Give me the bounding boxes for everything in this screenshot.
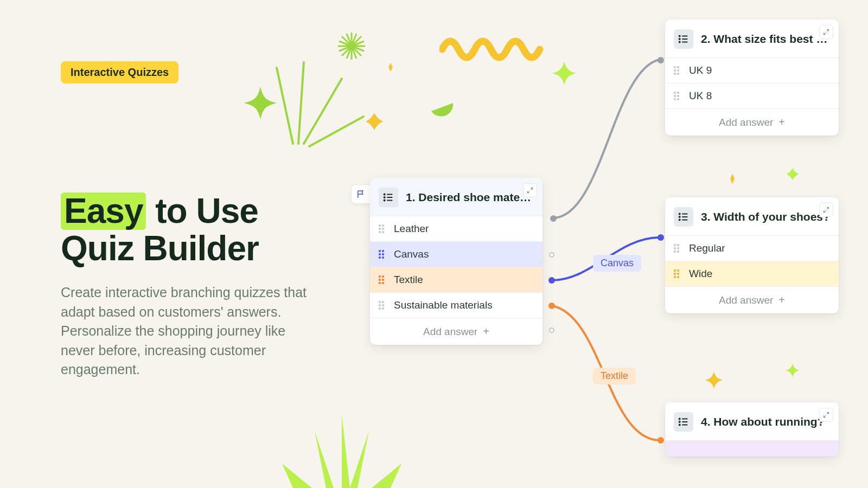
svg-point-23 — [384, 197, 385, 198]
card-header: 1. Desired shoe material? — [370, 178, 542, 216]
page-headline: Easy to Use Quiz Builder — [61, 192, 259, 267]
add-answer-button[interactable]: Add answer + — [370, 318, 542, 345]
wedge-doodle — [429, 98, 456, 119]
answer-row[interactable]: Textile — [370, 267, 542, 292]
burst-lines-doodle — [266, 52, 374, 155]
connector-node[interactable] — [548, 303, 555, 309]
plus-icon: + — [778, 116, 785, 129]
svg-point-28 — [679, 35, 680, 36]
plus-icon: + — [778, 294, 785, 306]
card-title: 4. How about running? — [701, 415, 830, 428]
drag-handle-icon[interactable] — [379, 275, 386, 284]
connector-node[interactable] — [658, 437, 664, 444]
drag-handle-icon[interactable] — [674, 92, 681, 100]
expand-button[interactable] — [819, 25, 833, 39]
badge-interactive-quizzes: Interactive Quizzes — [61, 61, 178, 84]
squiggle-doodle — [439, 30, 548, 63]
svg-marker-17 — [342, 464, 401, 488]
list-icon — [674, 412, 693, 432]
connector-node[interactable] — [549, 252, 554, 258]
answer-row[interactable]: UK 9 — [665, 57, 839, 83]
connector-node[interactable] — [549, 328, 554, 333]
svg-point-40 — [679, 418, 680, 419]
drag-handle-icon[interactable] — [674, 66, 681, 75]
add-answer-button[interactable]: Add answer + — [665, 286, 839, 313]
answer-label: Regular — [689, 242, 725, 254]
add-answer-button[interactable]: Add answer + — [665, 108, 839, 136]
expand-button[interactable] — [819, 203, 833, 217]
svg-point-29 — [679, 38, 680, 40]
svg-point-24 — [384, 200, 385, 201]
edge-label-textile: Textile — [593, 368, 636, 384]
plus-doodle — [365, 112, 384, 131]
answer-row[interactable]: Regular — [665, 235, 839, 261]
start-flag-button[interactable] — [351, 184, 371, 204]
expand-button[interactable] — [523, 183, 537, 197]
answer-row[interactable]: Wide — [665, 261, 839, 286]
list-icon — [379, 188, 398, 207]
sparkle-doodle-2 — [705, 371, 723, 389]
connector-node[interactable] — [550, 215, 557, 222]
answer-row[interactable] — [665, 440, 839, 457]
dot-doodle-2 — [787, 168, 799, 180]
svg-marker-14 — [315, 431, 342, 488]
sparkle-doodle-1 — [551, 60, 578, 87]
question-card-4[interactable]: 4. How about running? — [665, 402, 839, 457]
dot-doodle-3 — [727, 174, 738, 184]
svg-point-42 — [679, 424, 680, 425]
answer-label: UK 8 — [689, 90, 712, 102]
plus-icon: + — [483, 325, 489, 338]
headline-highlight: Easy — [61, 192, 146, 230]
svg-marker-13 — [282, 464, 342, 488]
svg-line-10 — [304, 79, 342, 144]
answer-row[interactable]: UK 8 — [665, 83, 839, 108]
sparkle-doodle-3 — [786, 363, 800, 377]
card-header: 3. Width of your shoes? — [665, 197, 839, 235]
connector-node[interactable] — [658, 234, 664, 241]
answer-label: Canvas — [394, 248, 429, 260]
answer-label: UK 9 — [689, 65, 712, 76]
list-icon — [674, 207, 693, 227]
svg-point-30 — [679, 41, 680, 42]
answer-label: Wide — [689, 268, 712, 280]
card-title: 3. Width of your shoes? — [701, 210, 830, 223]
svg-point-35 — [679, 216, 680, 217]
drag-handle-icon[interactable] — [379, 301, 386, 310]
card-title: 2. What size fits best for... — [701, 33, 830, 46]
question-card-1[interactable]: 1. Desired shoe material? Leather Canvas… — [370, 178, 542, 345]
card-header: 2. What size fits best for... — [665, 20, 839, 57]
answer-row[interactable]: Sustainable materials — [370, 292, 542, 318]
drag-handle-icon[interactable] — [674, 244, 681, 253]
answer-label: Textile — [394, 274, 423, 286]
svg-point-36 — [679, 219, 680, 220]
connector-node[interactable] — [548, 277, 555, 284]
connector-node[interactable] — [658, 57, 664, 63]
svg-marker-15 — [342, 415, 353, 488]
svg-point-34 — [679, 213, 680, 214]
dot-doodle-1 — [386, 63, 395, 72]
drag-handle-icon[interactable] — [674, 269, 681, 278]
question-card-3[interactable]: 3. Width of your shoes? Regular Wide Add… — [665, 197, 839, 313]
svg-line-9 — [298, 62, 304, 144]
svg-point-22 — [384, 194, 385, 195]
drag-handle-icon[interactable] — [379, 224, 386, 233]
card-title: 1. Desired shoe material? — [406, 191, 534, 204]
answer-row[interactable]: Leather — [370, 216, 542, 241]
card-header: 4. How about running? — [665, 402, 839, 440]
list-icon — [674, 29, 693, 49]
edge-label-canvas: Canvas — [593, 255, 641, 272]
page-subcopy: Create interactive branching quizzes tha… — [61, 283, 316, 380]
svg-point-41 — [679, 421, 680, 422]
answer-label: Leather — [394, 223, 429, 235]
expand-button[interactable] — [819, 408, 833, 422]
svg-line-8 — [277, 68, 293, 144]
question-card-2[interactable]: 2. What size fits best for... UK 9 UK 8 … — [665, 20, 839, 136]
sunburst-doodle — [255, 409, 429, 488]
drag-handle-icon[interactable] — [379, 250, 386, 259]
answer-row[interactable]: Canvas — [370, 241, 542, 267]
answer-label: Sustainable materials — [394, 299, 493, 311]
